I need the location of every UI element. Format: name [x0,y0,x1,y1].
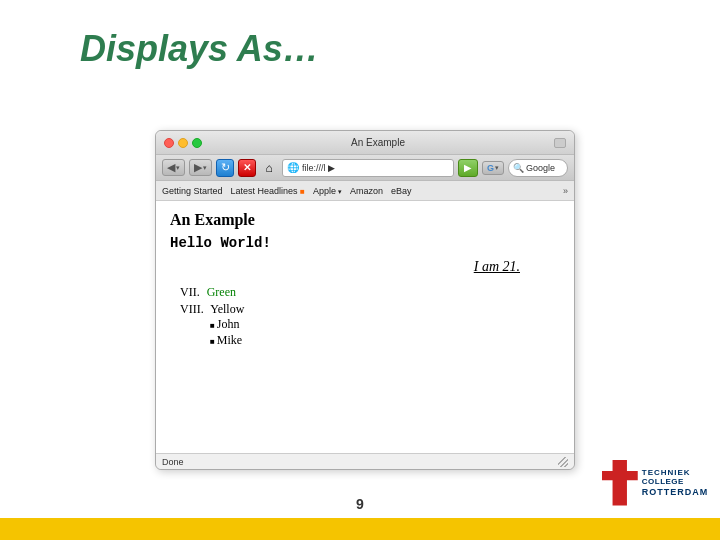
minimize-button[interactable] [178,138,188,148]
logo-line3: ROTTERDAM [642,487,709,498]
page-number: 9 [356,496,364,512]
list-item-yellow: VIII. Yellow John Mike [180,302,560,348]
forward-button[interactable]: ▶ ▾ [189,159,212,176]
bookmark-amazon[interactable]: Amazon [350,186,383,196]
globe-icon: 🌐 [287,162,299,173]
logo-line1: TECHNIEK [642,468,709,478]
back-button[interactable]: ◀ ▾ [162,159,185,176]
refresh-icon: ↻ [221,161,230,174]
back-dropdown-icon: ▾ [176,164,180,172]
logo-box: TECHNIEK COLLEGE ROTTERDAM [602,460,709,506]
rss-icon: ■ [300,187,305,196]
close-button[interactable] [164,138,174,148]
stop-icon: ✕ [243,162,251,173]
home-button[interactable]: ⌂ [260,159,278,177]
resize-handle[interactable] [558,457,568,467]
browser-window: An Example ◀ ▾ ▶ ▾ ↻ ✕ ⌂ 🌐 file:///l ▶ ▶… [155,130,575,470]
logo-area: TECHNIEK COLLEGE ROTTERDAM [610,455,700,510]
go-icon: ▶ [464,163,471,173]
content-title: An Example [170,211,560,229]
resize-button[interactable] [554,138,566,148]
forward-arrow-icon: ▶ [194,161,202,174]
browser-statusbar: Done [156,453,574,469]
google-label: G [487,163,494,173]
search-icon: 🔍 [513,163,524,173]
slide-title: Displays As… [80,28,319,70]
maximize-button[interactable] [192,138,202,148]
content-list: VII. Green VIII. Yellow John Mike [180,285,560,348]
list-item-yellow-text: Yellow [210,302,244,316]
status-text: Done [162,457,184,467]
bookmarks-more-button[interactable]: » [563,186,568,196]
stop-button[interactable]: ✕ [238,159,256,177]
bookmark-latest-headlines[interactable]: Latest Headlines ■ [231,186,305,196]
browser-content: An Example Hello World! I am 21. VII. Gr… [156,201,574,453]
list-item-green: VII. Green [180,285,560,300]
bottom-bar [0,518,720,540]
logo-text: TECHNIEK COLLEGE ROTTERDAM [642,468,709,498]
sub-list: John Mike [210,317,560,348]
roman-numeral-7: VII. [180,285,200,299]
window-title: An Example [206,137,550,148]
content-hello: Hello World! [170,235,560,251]
address-text: file:///l ▶ [302,163,335,173]
go-button[interactable]: ▶ [458,159,478,177]
google-dropdown-icon: ▾ [495,164,499,172]
search-placeholder: Google [526,163,555,173]
refresh-button[interactable]: ↻ [216,159,234,177]
content-age: I am 21. [170,259,560,275]
sub-list-item-mike: Mike [210,333,560,348]
home-icon: ⌂ [265,161,272,175]
browser-toolbar: ◀ ▾ ▶ ▾ ↻ ✕ ⌂ 🌐 file:///l ▶ ▶ G ▾ 🔍 Goog [156,155,574,181]
sub-list-item-john: John [210,317,560,332]
bookmarks-bar: Getting Started Latest Headlines ■ Apple… [156,181,574,201]
techniek-college-logo-t [602,460,638,506]
back-arrow-icon: ◀ [167,161,175,174]
logo-line2: COLLEGE [642,477,709,487]
list-item-green-text: Green [207,285,236,299]
bookmark-getting-started[interactable]: Getting Started [162,186,223,196]
browser-titlebar: An Example [156,131,574,155]
bookmark-apple[interactable]: Apple [313,186,342,196]
forward-dropdown-icon: ▾ [203,164,207,172]
google-dropdown[interactable]: G ▾ [482,161,504,175]
address-bar[interactable]: 🌐 file:///l ▶ [282,159,454,177]
roman-numeral-8: VIII. [180,302,204,316]
bookmark-ebay[interactable]: eBay [391,186,412,196]
search-bar[interactable]: 🔍 Google [508,159,568,177]
